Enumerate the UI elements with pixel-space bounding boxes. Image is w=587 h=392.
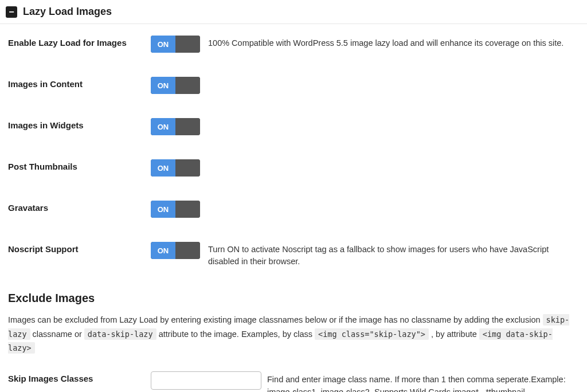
toggle-on-label: ON xyxy=(151,242,175,259)
row-images-widgets: Images in Widgets ON xyxy=(8,118,579,135)
desc-enable-lazy-load: 100% Compatible with WordPress 5.5 image… xyxy=(208,36,563,49)
toggle-on-label: ON xyxy=(151,36,175,53)
row-post-thumbnails: Post Thumbnails ON xyxy=(8,159,579,177)
toggle-off-side xyxy=(175,159,200,177)
label-noscript-support: Noscript Support xyxy=(8,242,137,254)
label-skip-images-classes: Skip Images Classes xyxy=(8,371,137,383)
toggle-post-thumbnails[interactable]: ON xyxy=(151,159,200,177)
row-noscript-support: Noscript Support ON Turn ON to activate … xyxy=(8,242,579,268)
label-images-widgets: Images in Widgets xyxy=(8,118,137,130)
exclude-desc-part: Images can be excluded from Lazy Load by… xyxy=(8,315,543,324)
label-enable-lazy-load: Enable Lazy Load for Images xyxy=(8,36,137,48)
toggle-off-side xyxy=(175,201,200,218)
toggle-off-side xyxy=(175,242,200,259)
exclude-heading: Exclude Images xyxy=(8,292,579,305)
code-img-class: <img class="skip-lazy"> xyxy=(315,328,429,340)
collapse-icon[interactable]: − xyxy=(6,6,17,18)
skip-images-classes-desc: Find and enter image class name. If more… xyxy=(267,371,579,392)
code-data-skip-lazy: data-skip-lazy xyxy=(84,328,156,340)
exclude-desc-part: attribute to the image. Examples, by cla… xyxy=(156,330,315,339)
toggle-gravatars[interactable]: ON xyxy=(151,201,200,218)
label-images-content: Images in Content xyxy=(8,77,137,89)
toggle-on-label: ON xyxy=(151,201,175,218)
label-gravatars: Gravatars xyxy=(8,201,137,213)
toggle-images-content[interactable]: ON xyxy=(151,77,200,94)
panel-content: Enable Lazy Load for Images ON 100% Comp… xyxy=(0,24,587,392)
toggle-off-side xyxy=(175,118,200,135)
label-post-thumbnails: Post Thumbnails xyxy=(8,159,137,171)
exclude-desc-part: , by attribute xyxy=(429,330,479,339)
exclude-desc-part: classname or xyxy=(30,330,84,339)
toggle-images-widgets[interactable]: ON xyxy=(151,118,200,135)
desc-noscript-support: Turn ON to activate Noscript tag as a fa… xyxy=(208,242,579,268)
toggle-on-label: ON xyxy=(151,159,175,177)
toggle-off-side xyxy=(175,77,200,94)
panel-title: Lazy Load Images xyxy=(23,6,112,18)
exclude-description: Images can be excluded from Lazy Load by… xyxy=(8,313,579,355)
toggle-on-label: ON xyxy=(151,77,175,94)
row-enable-lazy-load: Enable Lazy Load for Images ON 100% Comp… xyxy=(8,36,579,53)
toggle-noscript-support[interactable]: ON xyxy=(151,242,200,259)
skip-images-classes-input[interactable] xyxy=(151,371,261,390)
panel-header: − Lazy Load Images xyxy=(0,0,587,24)
row-images-content: Images in Content ON xyxy=(8,77,579,94)
toggle-off-side xyxy=(175,36,200,53)
row-skip-images-classes: Skip Images Classes Find and enter image… xyxy=(8,371,579,392)
row-gravatars: Gravatars ON xyxy=(8,201,579,218)
toggle-enable-lazy-load[interactable]: ON xyxy=(151,36,200,53)
toggle-on-label: ON xyxy=(151,118,175,135)
